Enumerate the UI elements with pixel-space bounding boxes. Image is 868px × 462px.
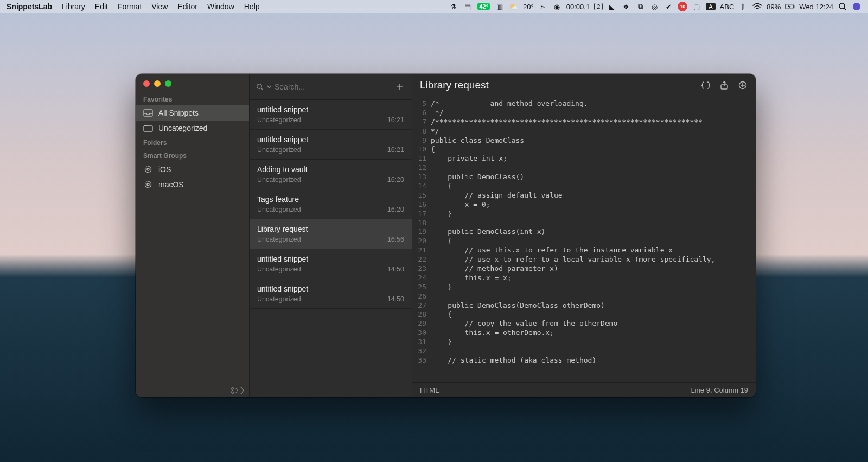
braces-icon[interactable]: [700, 80, 711, 91]
svg-point-9: [145, 182, 151, 188]
svg-point-10: [147, 183, 149, 186]
siri-icon[interactable]: [852, 2, 861, 11]
menu-edit[interactable]: Edit: [95, 2, 108, 11]
search-input[interactable]: [275, 83, 391, 91]
traffic-lights: [136, 74, 249, 92]
menu-window[interactable]: Window: [207, 2, 234, 11]
favorites-heading: Favorites: [136, 92, 249, 105]
smart-groups-heading: Smart Groups: [136, 149, 249, 162]
language-indicator[interactable]: HTML: [420, 386, 439, 394]
editor-actions: [700, 80, 748, 91]
window-minimize-button[interactable]: [154, 80, 161, 87]
input-mode-indicator[interactable]: A: [706, 3, 715, 10]
editor-statusbar: HTML Line 9, Column 19: [412, 382, 756, 397]
share-icon[interactable]: [719, 80, 730, 91]
list-item-category: Uncategorized: [257, 236, 404, 243]
weather-icon[interactable]: ⛅: [509, 2, 519, 11]
sidebar-item-uncategorized[interactable]: Uncategorized: [136, 121, 249, 136]
location-icon[interactable]: ➣: [538, 2, 548, 11]
window-close-button[interactable]: [143, 80, 150, 87]
list-item-title: untitled snippet: [257, 135, 404, 144]
record-icon[interactable]: ◉: [552, 2, 562, 11]
clock[interactable]: Wed 12:24: [799, 3, 833, 11]
dropbox-icon[interactable]: ⧉: [635, 2, 645, 11]
menubar-status-area: ⚗ ▤ 42° ▥ ⛅ 20° ➣ ◉ 00:00.1 2 ◣ ❖ ⧉ ◎ ✔ …: [449, 2, 861, 11]
triangle-icon[interactable]: ◣: [607, 2, 617, 11]
list-item-category: Uncategorized: [257, 265, 404, 273]
editor-header: Library request: [412, 74, 756, 97]
spotlight-icon[interactable]: [838, 2, 847, 11]
list-item-time: 14:50: [387, 295, 404, 303]
bluetooth-icon[interactable]: ᛒ: [738, 2, 748, 11]
sidebar-item-ios[interactable]: iOS: [136, 162, 249, 177]
add-fragment-button[interactable]: [737, 80, 748, 91]
code-content[interactable]: /* and method overloading. */ /*********…: [431, 99, 756, 382]
menu-help[interactable]: Help: [244, 2, 260, 11]
stopwatch-time: 00:00.1: [566, 3, 590, 11]
list-item-title: Tags feature: [257, 195, 404, 204]
flask-icon[interactable]: ⚗: [449, 2, 458, 11]
list-item[interactable]: untitled snippetUncategorized16:21: [250, 100, 412, 130]
wifi-icon[interactable]: [752, 2, 762, 11]
window-zoom-button[interactable]: [165, 80, 171, 87]
sidebar-item-label: Uncategorized: [158, 124, 207, 132]
code-editor[interactable]: 5 6 7 8 9 10 11 12 13 14 15 16 17 18 19 …: [412, 97, 756, 382]
battery-percent: 89%: [767, 3, 781, 11]
gear-icon: [143, 165, 153, 174]
sidebar-item-all-snippets[interactable]: All Snippets: [136, 105, 249, 121]
list-item[interactable]: Tags featureUncategorized16:20: [250, 189, 412, 219]
svg-point-4: [853, 3, 860, 10]
folder-icon: [143, 124, 153, 132]
gear-icon: [143, 180, 153, 189]
list-item[interactable]: Adding to vaultUncategorized16:20: [250, 160, 412, 189]
list-item-time: 16:20: [387, 176, 404, 183]
workspace-indicator[interactable]: 2: [594, 3, 603, 10]
weather-temp: 20°: [523, 3, 534, 11]
chevron-down-icon[interactable]: [267, 85, 271, 89]
sidebar-item-label: All Snippets: [158, 109, 199, 117]
list-item[interactable]: untitled snippetUncategorized14:50: [250, 279, 412, 309]
list-item-title: Adding to vault: [257, 165, 404, 174]
menu-format[interactable]: Format: [118, 2, 142, 11]
list-item[interactable]: untitled snippetUncategorized14:50: [250, 249, 412, 279]
list-item[interactable]: untitled snippetUncategorized16:21: [250, 130, 412, 160]
news-icon[interactable]: ▤: [463, 2, 473, 11]
list-item-title: untitled snippet: [257, 255, 404, 263]
app-name[interactable]: SnippetsLab: [7, 2, 52, 11]
disk-icon[interactable]: ▥: [495, 2, 505, 11]
check-icon[interactable]: ✔: [663, 2, 673, 11]
svg-point-11: [257, 84, 262, 88]
list-item[interactable]: Library requestUncategorized16:56: [250, 219, 412, 249]
list-item-title: untitled snippet: [257, 105, 404, 114]
cluster-icon[interactable]: ❖: [621, 2, 631, 11]
line-gutter: 5 6 7 8 9 10 11 12 13 14 15 16 17 18 19 …: [412, 99, 431, 382]
list-item-time: 16:56: [387, 236, 404, 243]
list-item-category: Uncategorized: [257, 116, 404, 124]
folders-heading: Folders: [136, 136, 249, 149]
temperature-badge[interactable]: 42°: [477, 3, 490, 10]
battery-icon[interactable]: [785, 2, 795, 11]
camera-icon[interactable]: ◎: [649, 2, 659, 11]
input-language[interactable]: ABC: [720, 3, 735, 11]
menu-view[interactable]: View: [151, 2, 168, 11]
menu-library[interactable]: Library: [62, 2, 85, 11]
list-item-category: Uncategorized: [257, 176, 404, 183]
menu-editor[interactable]: Editor: [177, 2, 197, 11]
svg-rect-5: [144, 110, 152, 116]
notification-badge[interactable]: 10: [678, 2, 687, 11]
list-item-title: Library request: [257, 225, 404, 233]
list-item-time: 16:21: [387, 146, 404, 154]
snippet-title[interactable]: Library request: [420, 79, 700, 91]
snippet-list-pane: ＋ untitled snippetUncategorized16:21unti…: [250, 74, 412, 397]
cursor-position: Line 9, Column 19: [691, 386, 748, 394]
add-snippet-button[interactable]: ＋: [394, 79, 405, 94]
snippet-list[interactable]: untitled snippetUncategorized16:21untitl…: [250, 100, 412, 397]
airplay-icon[interactable]: ▢: [692, 2, 701, 11]
sidebar-item-label: macOS: [158, 180, 184, 189]
list-item-time: 16:20: [387, 206, 404, 213]
sidebar-toggle[interactable]: [231, 387, 244, 394]
sidebar-item-macos[interactable]: macOS: [136, 177, 249, 192]
list-item-title: untitled snippet: [257, 284, 404, 293]
list-item-category: Uncategorized: [257, 206, 404, 213]
list-item-time: 14:50: [387, 265, 404, 273]
